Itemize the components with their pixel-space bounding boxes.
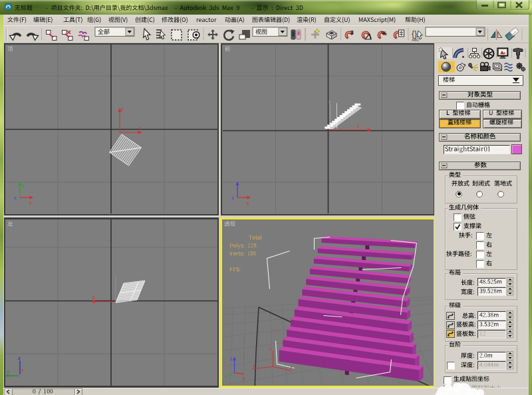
svg-text:y: y — [253, 362, 255, 367]
svg-text:y: y — [92, 295, 95, 300]
svg-text:z: z — [14, 195, 17, 201]
svg-text:y: y — [222, 378, 225, 384]
svg-text:{}: {} — [412, 29, 417, 39]
svg-text:ABC: ABC — [412, 38, 419, 42]
svg-text:y: y — [22, 182, 25, 188]
svg-text:x: x — [290, 364, 293, 369]
svg-text:z: z — [231, 195, 234, 201]
svg-text:x: x — [247, 200, 249, 206]
svg-text:x: x — [139, 126, 142, 130]
svg-text:%: % — [382, 30, 387, 37]
svg-text:3: 3 — [350, 29, 354, 36]
svg-text:z: z — [18, 355, 21, 361]
svg-text:x: x — [29, 200, 32, 206]
svg-text:y: y — [7, 368, 9, 374]
svg-text:y: y — [121, 106, 124, 112]
svg-text:z: z — [229, 355, 232, 361]
svg-text:x: x — [242, 375, 245, 381]
svg-text:x: x — [21, 368, 24, 372]
svg-text:x: x — [357, 124, 360, 128]
svg-text:y: y — [329, 99, 331, 104]
svg-text:z: z — [269, 346, 271, 350]
